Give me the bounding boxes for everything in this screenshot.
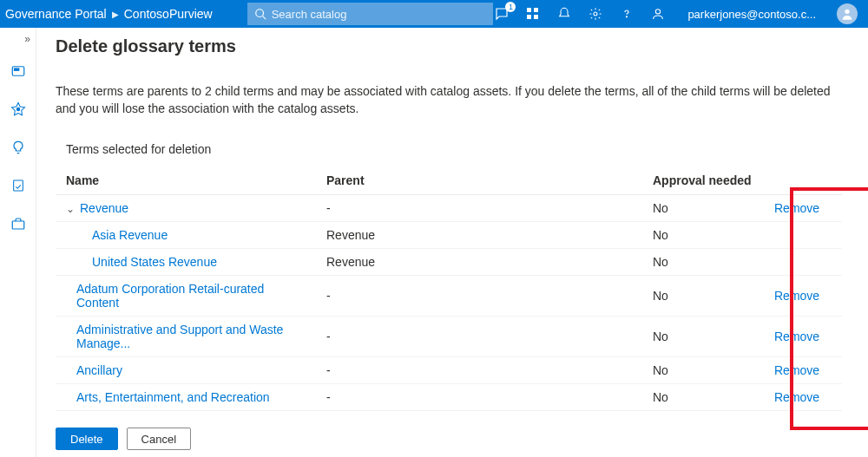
- table-row: Ancillary-NoRemove: [56, 356, 842, 383]
- remove-link[interactable]: Remove: [774, 390, 819, 404]
- parent-cell: -: [316, 275, 642, 316]
- breadcrumb-sep: ▶: [112, 10, 119, 19]
- chat-badge: 1: [505, 2, 516, 12]
- term-link[interactable]: Ancillary: [66, 363, 122, 377]
- terms-table: Name Parent Approval needed ⌄Revenue-NoR…: [56, 166, 842, 411]
- col-header-action: [764, 166, 842, 195]
- parent-cell: -: [316, 194, 642, 221]
- search-input[interactable]: [272, 8, 487, 21]
- sidebar-item-sources[interactable]: [6, 59, 30, 83]
- term-link[interactable]: Arts, Entertainment, and Recreation: [66, 390, 270, 404]
- header-icons: 1 parkerjones@contoso.c...: [493, 3, 858, 24]
- search-icon: [254, 8, 266, 20]
- term-link[interactable]: Administrative and Support and Waste Man…: [66, 323, 306, 350]
- col-header-parent[interactable]: Parent: [316, 166, 642, 195]
- app-launcher-icon[interactable]: [524, 5, 542, 23]
- breadcrumb: Governance Portal ▶ ContosoPurview: [5, 7, 213, 21]
- remove-link[interactable]: Remove: [774, 363, 819, 377]
- table-row: ⌄Revenue-NoRemove: [56, 194, 842, 221]
- section-label: Terms selected for deletion: [56, 142, 842, 156]
- approval-cell: No: [642, 316, 764, 356]
- table-row: Administrative and Support and Waste Man…: [56, 316, 842, 356]
- svg-point-6: [594, 12, 597, 16]
- main-content: Delete glossary terms These terms are pa…: [36, 28, 868, 457]
- footer-actions: Delete Cancel: [56, 428, 191, 450]
- col-header-approval[interactable]: Approval needed: [642, 166, 764, 195]
- avatar[interactable]: [837, 3, 858, 24]
- remove-link[interactable]: Remove: [774, 330, 819, 343]
- table-row: United States RevenueRevenueNo: [56, 248, 842, 275]
- table-row: Asia RevenueRevenueNo: [56, 221, 842, 248]
- approval-cell: No: [642, 221, 764, 248]
- col-header-name[interactable]: Name: [56, 166, 316, 195]
- remove-link[interactable]: Remove: [774, 201, 819, 215]
- parent-cell: -: [316, 316, 642, 356]
- approval-cell: No: [642, 194, 764, 221]
- sidebar: »: [0, 28, 36, 457]
- page-title: Delete glossary terms: [56, 36, 842, 56]
- term-link[interactable]: United States Revenue: [66, 255, 217, 269]
- chat-icon[interactable]: 1: [493, 5, 510, 23]
- svg-rect-10: [12, 67, 24, 76]
- breadcrumb-current[interactable]: ContosoPurview: [124, 7, 213, 21]
- svg-point-12: [16, 108, 20, 112]
- approval-cell: No: [642, 383, 764, 410]
- term-link[interactable]: Adatum Corporation Retail-curated Conten…: [66, 282, 306, 310]
- table-row: Adatum Corporation Retail-curated Conten…: [56, 275, 842, 316]
- sidebar-item-catalog[interactable]: [6, 97, 30, 121]
- parent-cell: -: [316, 356, 642, 383]
- delete-button[interactable]: Delete: [56, 428, 118, 450]
- user-email[interactable]: parkerjones@contoso.c...: [687, 8, 816, 21]
- svg-rect-2: [527, 8, 531, 12]
- page-description: These terms are parents to 2 child terms…: [56, 82, 837, 118]
- svg-point-8: [656, 10, 661, 14]
- svg-rect-5: [534, 15, 538, 19]
- sidebar-item-insights[interactable]: [6, 135, 30, 160]
- breadcrumb-root[interactable]: Governance Portal: [5, 7, 107, 21]
- svg-rect-4: [527, 15, 531, 19]
- parent-cell: -: [316, 383, 642, 410]
- feedback-icon[interactable]: [649, 5, 667, 23]
- svg-line-1: [262, 16, 266, 20]
- svg-rect-13: [13, 180, 23, 191]
- top-header: Governance Portal ▶ ContosoPurview 1 par…: [0, 0, 868, 28]
- parent-cell: Revenue: [316, 248, 642, 275]
- svg-point-9: [845, 10, 849, 14]
- settings-icon[interactable]: [587, 5, 604, 23]
- remove-link[interactable]: Remove: [774, 289, 819, 303]
- search-box[interactable]: [247, 3, 494, 25]
- term-link[interactable]: Revenue: [80, 201, 128, 215]
- sidebar-item-policy[interactable]: [6, 173, 30, 198]
- cancel-button[interactable]: Cancel: [127, 428, 191, 450]
- sidebar-expand-icon[interactable]: »: [24, 33, 30, 45]
- svg-rect-14: [12, 221, 24, 229]
- svg-point-0: [255, 10, 263, 17]
- table-row: Arts, Entertainment, and Recreation-NoRe…: [56, 383, 842, 410]
- svg-rect-3: [534, 8, 538, 12]
- parent-cell: Revenue: [316, 221, 642, 248]
- sidebar-item-management[interactable]: [6, 212, 30, 236]
- notification-icon[interactable]: [556, 5, 573, 23]
- approval-cell: No: [642, 248, 764, 275]
- approval-cell: No: [642, 275, 764, 316]
- term-link[interactable]: Asia Revenue: [66, 228, 168, 242]
- svg-rect-11: [14, 69, 18, 70]
- help-icon[interactable]: [618, 5, 635, 23]
- svg-point-7: [627, 16, 628, 17]
- chevron-down-icon[interactable]: ⌄: [66, 203, 75, 215]
- approval-cell: No: [642, 356, 764, 383]
